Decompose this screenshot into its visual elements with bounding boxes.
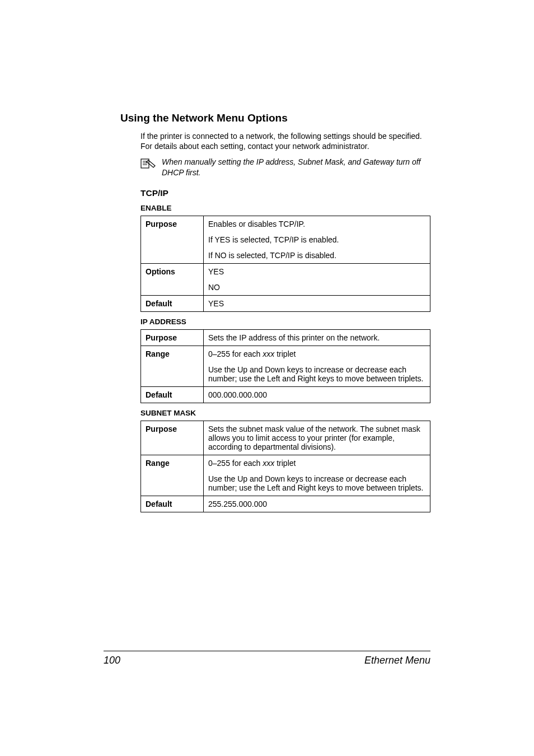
subnet-table: Purpose Sets the subnet mask value of th… bbox=[140, 421, 430, 512]
purpose-label: Purpose bbox=[141, 216, 204, 232]
default-value: 255.255.000.000 bbox=[204, 496, 430, 512]
purpose-value: If NO is selected, TCP/IP is disabled. bbox=[204, 248, 430, 264]
range-value: 0–255 for each xxx triplet bbox=[204, 455, 430, 472]
default-label: Default bbox=[141, 496, 204, 512]
range-label: Range bbox=[141, 455, 204, 472]
text-italic: xxx bbox=[263, 459, 274, 468]
page-footer: 100 Ethernet Menu bbox=[104, 651, 430, 666]
note-row: When manually setting the IP address, Su… bbox=[140, 157, 430, 178]
table-row: NO bbox=[141, 279, 430, 296]
text: 0–255 for each bbox=[208, 349, 263, 358]
options-label: Options bbox=[141, 264, 204, 280]
table-row: If YES is selected, TCP/IP is enabled. bbox=[141, 232, 430, 248]
table-row: Purpose Enables or disables TCP/IP. bbox=[141, 216, 430, 232]
table-row: Default YES bbox=[141, 296, 430, 312]
subnet-heading: SUBNET MASK bbox=[140, 409, 430, 417]
text: 0–255 for each bbox=[208, 459, 263, 468]
default-value: YES bbox=[204, 296, 430, 312]
option-value: NO bbox=[204, 279, 430, 296]
default-label: Default bbox=[141, 387, 204, 403]
text: triplet bbox=[274, 459, 296, 468]
page-heading: Using the Network Menu Options bbox=[120, 112, 430, 124]
table-row: Use the Up and Down keys to increase or … bbox=[141, 471, 430, 496]
default-label: Default bbox=[141, 296, 204, 312]
option-value: YES bbox=[204, 264, 430, 280]
table-row: If NO is selected, TCP/IP is disabled. bbox=[141, 248, 430, 264]
footer-title: Ethernet Menu bbox=[364, 655, 430, 666]
table-row: Default 255.255.000.000 bbox=[141, 496, 430, 512]
purpose-label: Purpose bbox=[141, 421, 204, 455]
table-row: Use the Up and Down keys to increase or … bbox=[141, 362, 430, 387]
purpose-value: Sets the subnet mask value of the networ… bbox=[204, 421, 430, 455]
table-row: Range 0–255 for each xxx triplet bbox=[141, 346, 430, 362]
purpose-label: Purpose bbox=[141, 330, 204, 346]
range-value: Use the Up and Down keys to increase or … bbox=[204, 362, 430, 387]
table-row: Range 0–255 for each xxx triplet bbox=[141, 455, 430, 472]
range-label: Range bbox=[141, 346, 204, 362]
default-value: 000.000.000.000 bbox=[204, 387, 430, 403]
intro-text: If the printer is connected to a network… bbox=[140, 131, 430, 151]
purpose-value: If YES is selected, TCP/IP is enabled. bbox=[204, 232, 430, 248]
text-italic: xxx bbox=[263, 349, 274, 358]
tcpip-heading: TCP/IP bbox=[140, 188, 430, 198]
table-row: Purpose Sets the IP address of this prin… bbox=[141, 330, 430, 346]
range-value: Use the Up and Down keys to increase or … bbox=[204, 471, 430, 496]
purpose-value: Sets the IP address of this printer on t… bbox=[204, 330, 430, 346]
note-text: When manually setting the IP address, Su… bbox=[162, 157, 430, 178]
table-row: Options YES bbox=[141, 264, 430, 280]
page-number: 100 bbox=[104, 655, 120, 666]
enable-table: Purpose Enables or disables TCP/IP. If Y… bbox=[140, 216, 430, 312]
note-icon bbox=[140, 158, 156, 169]
table-row: Default 000.000.000.000 bbox=[141, 387, 430, 403]
ip-table: Purpose Sets the IP address of this prin… bbox=[140, 329, 430, 403]
ip-heading: IP ADDRESS bbox=[140, 318, 430, 326]
enable-heading: ENABLE bbox=[140, 204, 430, 212]
text: triplet bbox=[274, 349, 296, 358]
purpose-value: Enables or disables TCP/IP. bbox=[204, 216, 430, 232]
table-row: Purpose Sets the subnet mask value of th… bbox=[141, 421, 430, 455]
range-value: 0–255 for each xxx triplet bbox=[204, 346, 430, 362]
